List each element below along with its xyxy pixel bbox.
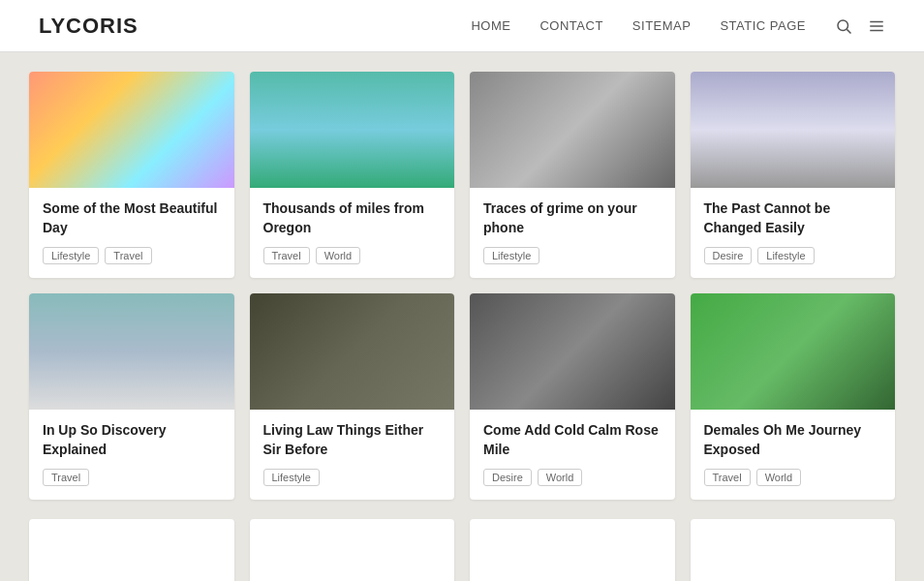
tag-world[interactable]: World (316, 247, 361, 264)
site-logo: LYCORIS (39, 14, 139, 39)
card-title: The Past Cannot be Changed Easily (704, 199, 882, 237)
card-image (250, 293, 455, 410)
card-image (29, 72, 234, 188)
card-grid: Some of the Most Beautiful DayLifestyleT… (0, 52, 924, 519)
main-nav: HOME CONTACT SITEMAP STATIC PAGE (471, 17, 885, 35)
svg-point-0 (838, 20, 848, 31)
card-title: Traces of grime on your phone (483, 199, 662, 237)
tag-lifestyle[interactable]: Lifestyle (483, 247, 539, 264)
tag-list: DesireWorld (483, 469, 662, 486)
nav-home[interactable]: HOME (471, 18, 510, 33)
card-card-6: Living Law Things Either Sir BeforeLifes… (250, 293, 455, 500)
bottom-card (250, 519, 455, 581)
bottom-card (470, 519, 675, 581)
card-image (691, 293, 896, 410)
card-title: Some of the Most Beautiful Day (43, 199, 221, 237)
card-card-3: Traces of grime on your phoneLifestyle (470, 72, 675, 278)
tag-list: TravelWorld (704, 469, 882, 486)
tag-list: TravelWorld (263, 247, 442, 264)
card-title: Living Law Things Either Sir Before (263, 421, 442, 459)
tag-travel[interactable]: Travel (105, 247, 151, 264)
card-card-8: Demales Oh Me Journey ExposedTravelWorld (691, 293, 896, 500)
tag-list: Lifestyle (483, 247, 662, 264)
card-card-4: The Past Cannot be Changed EasilyDesireL… (691, 72, 896, 278)
bottom-card (691, 519, 896, 581)
tag-desire[interactable]: Desire (704, 247, 753, 264)
tag-lifestyle[interactable]: Lifestyle (263, 469, 320, 486)
tag-travel[interactable]: Travel (704, 469, 751, 486)
tag-list: LifestyleTravel (43, 247, 221, 264)
tag-lifestyle[interactable]: Lifestyle (43, 247, 99, 264)
tag-lifestyle[interactable]: Lifestyle (757, 247, 814, 264)
card-card-7: Come Add Cold Calm Rose MileDesireWorld (470, 293, 675, 500)
tag-list: Lifestyle (263, 469, 442, 486)
card-title: Thousands of miles from Oregon (263, 199, 442, 237)
tag-list: DesireLifestyle (704, 247, 882, 264)
nav-sitemap[interactable]: SITEMAP (632, 18, 692, 33)
bottom-card (29, 519, 234, 581)
tag-travel[interactable]: Travel (43, 469, 89, 486)
svg-line-1 (847, 29, 850, 33)
tag-world[interactable]: World (756, 469, 802, 486)
card-image (691, 72, 896, 188)
tag-world[interactable]: World (538, 469, 583, 486)
tag-desire[interactable]: Desire (483, 469, 532, 486)
card-title: In Up So Discovery Explained (43, 421, 221, 459)
card-card-5: In Up So Discovery ExplainedTravel (29, 293, 234, 500)
card-image (29, 293, 234, 410)
card-image (470, 293, 675, 410)
tag-list: Travel (43, 469, 221, 486)
card-card-2: Thousands of miles from OregonTravelWorl… (250, 72, 455, 278)
card-image (470, 72, 675, 188)
menu-icon[interactable] (868, 17, 885, 35)
nav-contact[interactable]: CONTACT (539, 18, 602, 33)
card-title: Come Add Cold Calm Rose Mile (483, 421, 662, 459)
search-icon[interactable] (835, 17, 852, 35)
nav-icons (835, 17, 885, 35)
tag-travel[interactable]: Travel (263, 247, 310, 264)
site-header: LYCORIS HOME CONTACT SITEMAP STATIC PAGE (0, 0, 924, 52)
card-card-1: Some of the Most Beautiful DayLifestyleT… (29, 72, 234, 278)
nav-static-page[interactable]: STATIC PAGE (720, 18, 806, 33)
card-image (250, 72, 455, 188)
card-title: Demales Oh Me Journey Exposed (704, 421, 882, 459)
bottom-row (0, 519, 924, 581)
